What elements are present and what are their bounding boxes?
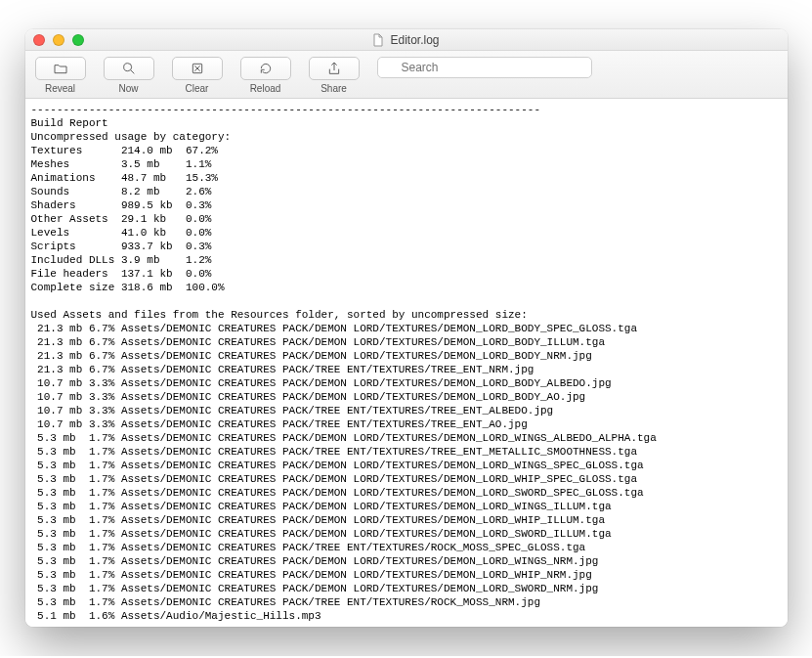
- document-icon: [372, 33, 384, 47]
- now-button[interactable]: [104, 57, 154, 80]
- clear-label: Clear: [186, 83, 209, 94]
- share-icon: [326, 61, 342, 76]
- reload-icon: [258, 61, 274, 76]
- reveal-item: Reveal: [35, 57, 86, 94]
- reveal-label: Reveal: [45, 83, 75, 94]
- clear-button[interactable]: [172, 57, 223, 80]
- search-input[interactable]: [377, 57, 592, 78]
- clear-item: Clear: [172, 57, 223, 94]
- svg-point-0: [123, 64, 131, 71]
- toolbar: Reveal Now Clear Reload Share: [25, 51, 788, 99]
- titlebar: Editor.log: [25, 29, 788, 51]
- clear-icon: [190, 61, 205, 76]
- folder-icon: [53, 61, 68, 76]
- now-label: Now: [118, 83, 138, 94]
- share-item: Share: [309, 57, 360, 94]
- search-wrap: [377, 57, 778, 78]
- reload-label: Reload: [250, 83, 281, 94]
- now-item: Now: [104, 57, 154, 94]
- log-content[interactable]: ----------------------------------------…: [25, 99, 788, 627]
- reload-button[interactable]: [240, 57, 291, 80]
- share-label: Share: [321, 83, 347, 94]
- share-button[interactable]: [309, 57, 360, 80]
- window-title: Editor.log: [25, 33, 788, 47]
- console-window: Editor.log Reveal Now Clear Reload: [25, 29, 788, 627]
- window-title-text: Editor.log: [390, 33, 439, 47]
- reload-item: Reload: [240, 57, 291, 94]
- magnifier-icon: [121, 61, 137, 76]
- reveal-button[interactable]: [35, 57, 86, 80]
